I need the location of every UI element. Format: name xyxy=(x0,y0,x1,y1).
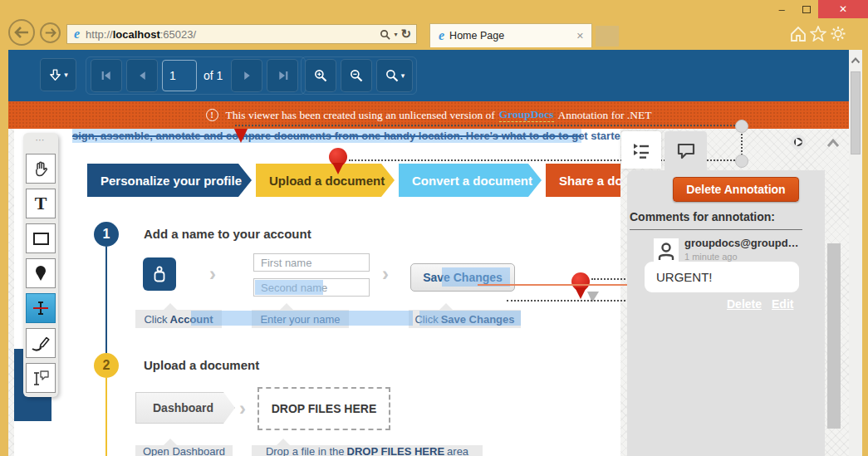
dashboard-label: Dashboard xyxy=(153,401,213,414)
pen-icon xyxy=(31,334,51,352)
back-arrow-icon xyxy=(14,27,29,38)
comment-text: URGENT! xyxy=(656,270,713,284)
search-caret-icon[interactable]: ▾ xyxy=(394,31,397,38)
url-text: http://localhost:65023/ xyxy=(86,28,196,41)
tool-point[interactable] xyxy=(26,258,56,288)
ribbon-upload: Upload a document xyxy=(256,164,395,197)
annotation-connector-line xyxy=(478,284,629,286)
highlight-annotation[interactable] xyxy=(255,280,323,295)
point-annotation-pin[interactable] xyxy=(232,129,250,143)
collapse-chevron-icon[interactable] xyxy=(826,137,841,152)
tool-text-annotation[interactable] xyxy=(26,363,56,393)
license-text-before: This viewer has been created using an un… xyxy=(226,109,495,122)
refresh-icon[interactable]: ↻ xyxy=(400,27,411,42)
strikeout-annotation[interactable] xyxy=(72,135,581,137)
page-count-label: of 1 xyxy=(204,69,223,82)
home-icon[interactable] xyxy=(790,26,807,42)
selection-resize-handle[interactable] xyxy=(735,154,748,168)
minimize-icon: – xyxy=(778,3,784,16)
license-text-after: Annotation for .NET xyxy=(558,109,652,122)
step1-number: 1 xyxy=(94,222,119,247)
address-bar[interactable]: e http://localhost:65023/ ▾ ↻ xyxy=(66,24,417,44)
user-icon xyxy=(657,241,675,261)
tip-text: Open Dashboard xyxy=(143,445,225,456)
tool-strikeout[interactable] xyxy=(26,293,56,323)
maximize-button[interactable] xyxy=(796,0,817,18)
tool-pan-hand[interactable] xyxy=(26,154,56,184)
zoom-level-button[interactable]: ▾ xyxy=(376,59,413,92)
play-button[interactable] xyxy=(791,135,806,150)
viewer-toolbar: ▾ of 1 xyxy=(8,50,849,101)
delete-annotation-button[interactable]: Delete Annotation xyxy=(673,177,799,202)
download-button[interactable]: ▾ xyxy=(40,58,76,91)
chevron-right-icon: › xyxy=(209,267,216,282)
tip-text: area xyxy=(447,445,468,456)
first-page-button[interactable] xyxy=(91,59,122,92)
document-page[interactable]: sign, assemble, annotate and compare doc… xyxy=(14,129,620,456)
tab-close-icon[interactable]: ✕ xyxy=(576,31,591,42)
timeline-yellow xyxy=(105,378,107,456)
comment-delete-link[interactable]: Delete xyxy=(727,297,762,311)
viewer-viewport: ▾ of 1 xyxy=(8,50,849,456)
first-page-icon xyxy=(101,70,113,81)
rectangle-icon xyxy=(33,233,49,245)
tool-rectangle[interactable] xyxy=(26,223,56,253)
text-tool-icon: T xyxy=(35,193,47,214)
point-annotation-pin[interactable] xyxy=(329,148,347,166)
zoom-icon xyxy=(385,68,400,83)
panel-scrollbar-thumb[interactable] xyxy=(827,243,841,429)
scrollbar-up-icon[interactable] xyxy=(851,53,861,68)
minimize-button[interactable]: – xyxy=(771,0,792,18)
window-border-right xyxy=(862,23,868,456)
zoom-out-button[interactable] xyxy=(341,59,372,92)
delete-annotation-label: Delete Annotation xyxy=(686,183,785,196)
next-page-button[interactable] xyxy=(231,59,262,92)
download-caret-icon: ▾ xyxy=(64,71,68,79)
last-page-button[interactable] xyxy=(267,59,298,92)
point-annotation-pin[interactable] xyxy=(571,272,590,291)
toolbar-drag-handle[interactable]: ⋯ xyxy=(23,135,58,145)
warning-icon: ! xyxy=(206,109,218,121)
highlight-annotation[interactable] xyxy=(191,311,413,326)
tool-text[interactable]: T xyxy=(26,189,56,218)
new-tab-button[interactable] xyxy=(596,26,619,47)
close-button[interactable]: ✕ xyxy=(818,0,868,18)
zoom-in-button[interactable] xyxy=(305,59,336,92)
zoom-caret-icon: ▾ xyxy=(401,71,405,80)
page-number-input[interactable] xyxy=(162,60,197,91)
window-titlebar[interactable] xyxy=(0,0,868,23)
comments-heading: Comments for annotation: xyxy=(630,210,775,223)
zoom-in-icon xyxy=(313,68,328,83)
account-icon xyxy=(152,265,167,283)
selection-resize-handle[interactable] xyxy=(735,120,748,133)
divider xyxy=(630,229,802,230)
highlight-annotation[interactable] xyxy=(419,311,521,326)
hand-icon xyxy=(32,159,50,178)
selection-dashed-bottom xyxy=(507,300,629,302)
settings-gear-icon[interactable] xyxy=(830,26,846,42)
next-page-icon xyxy=(242,70,253,81)
maximize-icon xyxy=(802,6,811,13)
comment-edit-link[interactable]: Edit xyxy=(772,297,793,311)
browser-scrollbar-thumb[interactable] xyxy=(851,71,861,154)
groupdocs-link[interactable]: GroupDocs xyxy=(499,108,554,122)
tip-text: Click xyxy=(144,313,167,326)
tool-pen[interactable] xyxy=(26,328,56,358)
search-icon[interactable] xyxy=(380,29,390,40)
prev-page-button[interactable] xyxy=(126,59,158,92)
browser-tab[interactable]: e Home Page ✕ xyxy=(429,23,592,47)
ribbon-share: Share a document xyxy=(546,164,620,197)
account-tile xyxy=(143,257,176,291)
step2-number: 2 xyxy=(94,353,119,378)
text-comment-icon xyxy=(31,368,51,388)
page-nav-group: of 1 xyxy=(86,56,306,95)
favorites-star-icon[interactable] xyxy=(810,26,826,42)
drop-files-label: DROP FILES HERE xyxy=(272,402,377,415)
prev-page-icon xyxy=(137,70,148,81)
first-name-field: First name xyxy=(253,253,370,272)
tab-comments[interactable] xyxy=(664,131,707,171)
forward-button[interactable] xyxy=(40,22,61,43)
tab-annotations-list[interactable] xyxy=(621,131,661,169)
ribbon-convert: Convert a document xyxy=(399,164,542,197)
back-button[interactable] xyxy=(8,19,35,46)
